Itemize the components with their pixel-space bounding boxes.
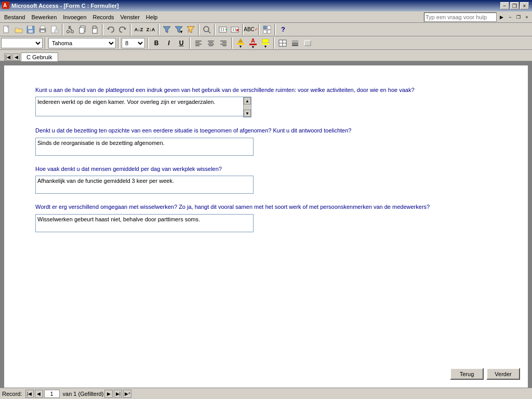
svg-rect-40 (263, 30, 267, 33)
help-search-area: ▶ − ❐ × (424, 12, 531, 22)
spelling-button[interactable]: ABC✓ (245, 24, 257, 35)
font-color-button[interactable]: A ▼ (247, 37, 259, 49)
menu-bar: Bestand Bewerken Invoegen Records Venste… (0, 11, 532, 23)
svg-point-14 (67, 30, 70, 33)
answer-1-input[interactable] (35, 97, 243, 116)
undo-button[interactable] (105, 24, 116, 35)
help-button[interactable]: ? (277, 24, 289, 35)
toolbar-sep6 (214, 24, 216, 35)
help-search-button[interactable]: ▶ (497, 12, 506, 22)
toolbar-sep5 (198, 24, 200, 35)
answer-3-input[interactable] (35, 176, 254, 194)
toolbar-sep1 (62, 24, 63, 35)
menu-invoegen[interactable]: Invoegen (60, 13, 89, 21)
preview-button[interactable] (49, 24, 60, 35)
svg-rect-39 (268, 26, 271, 29)
nav-first[interactable]: |◀ (25, 390, 34, 398)
window-title: Microsoft Access - [Form C : Formulier] (11, 3, 500, 9)
apply-filter-button[interactable]: ! (185, 24, 196, 35)
highlight-color-button[interactable]: ▼ (260, 37, 271, 49)
menu-bestand[interactable]: Bestand (1, 13, 28, 21)
question-2-text: Denkt u dat de bezetting ten opzichte va… (35, 127, 497, 135)
print-button[interactable] (37, 24, 48, 35)
filter-button[interactable] (161, 24, 172, 35)
window-restore-inner[interactable]: ❐ (514, 14, 523, 21)
fmt-sep4 (189, 37, 191, 49)
restore-button[interactable]: ❐ (510, 2, 519, 9)
answer-4-input[interactable] (35, 214, 254, 232)
find-button[interactable] (201, 24, 212, 35)
svg-text:▼: ▼ (179, 30, 183, 34)
question-1-text: Kunt u aan de hand van de plattegrond ee… (35, 86, 497, 94)
title-bar: A Microsoft Access - [Form C : Formulier… (0, 0, 532, 11)
tab-nav-first[interactable]: |◀ (4, 54, 11, 61)
new-button[interactable] (1, 24, 12, 35)
fill-color-button[interactable]: ▼ (235, 37, 246, 49)
nav-new[interactable]: ▶* (123, 390, 131, 398)
menu-help[interactable]: Help (143, 13, 161, 21)
line-width-button[interactable] (289, 37, 301, 49)
back-button[interactable]: Terug (450, 368, 484, 380)
svg-line-28 (208, 31, 210, 33)
svg-rect-8 (41, 30, 45, 32)
filter-dropdown[interactable]: ▼ (173, 24, 184, 35)
nav-last[interactable]: ▶| (114, 390, 122, 398)
style-select[interactable] (1, 38, 43, 48)
font-select[interactable]: Tahoma (48, 38, 116, 48)
app-icon: A (2, 2, 9, 10)
record-total: van 1 (Gefilterd) (63, 391, 104, 397)
redo-button[interactable] (117, 24, 128, 35)
toolbar-sep2 (102, 24, 103, 35)
close-button[interactable]: × (520, 2, 529, 9)
next-button[interactable]: Verder (486, 368, 520, 380)
save-button[interactable] (25, 24, 36, 35)
svg-text:A: A (3, 3, 7, 8)
menu-venster[interactable]: Venster (117, 13, 143, 21)
nav-next[interactable]: ▶ (104, 390, 113, 398)
copy-button[interactable] (77, 24, 88, 35)
italic-button[interactable]: I (163, 37, 175, 49)
open-button[interactable] (13, 24, 24, 35)
size-select[interactable]: 8 (122, 38, 145, 48)
line-style-button[interactable] (277, 37, 288, 49)
underline-button[interactable]: U (176, 37, 187, 49)
sort-az-button[interactable]: A↓Z (133, 24, 144, 35)
svg-point-27 (204, 26, 209, 32)
scroll-down-1[interactable]: ▼ (244, 110, 251, 117)
special-effect-button[interactable] (302, 37, 313, 49)
nav-prev[interactable]: ◀ (35, 390, 43, 398)
minimize-button[interactable]: − (500, 2, 509, 9)
new-record-button[interactable] (217, 24, 229, 35)
fmt-sep5 (231, 37, 233, 49)
align-center-button[interactable] (205, 37, 217, 49)
delete-record-button[interactable] (229, 24, 241, 35)
window-min-inner[interactable]: − (506, 14, 514, 21)
answer-2-input[interactable] (35, 138, 254, 156)
toolbar-sep8 (258, 24, 260, 35)
cut-button[interactable] (65, 24, 76, 35)
tab-bar: |◀ ◀ C Gebruik (0, 50, 532, 61)
paste-button[interactable] (89, 24, 100, 35)
tab-c-gebruik[interactable]: C Gebruik (21, 52, 58, 61)
form-container: Kunt u aan de hand van de plattegrond ee… (4, 65, 528, 388)
help-search-input[interactable] (424, 12, 497, 22)
form-body: Kunt u aan de hand van de plattegrond ee… (4, 65, 528, 388)
window-close-inner[interactable]: × (523, 14, 531, 21)
title-bar-controls: − ❐ × (500, 2, 529, 9)
bold-button[interactable]: B (151, 37, 162, 49)
record-navigator: Record: |◀ ◀ van 1 (Gefilterd) ▶ ▶| ▶* (2, 390, 131, 398)
view-button[interactable] (261, 24, 273, 35)
question-4-text: Wordt er erg verschillend omgegaan met w… (35, 203, 497, 211)
svg-rect-7 (41, 26, 45, 29)
record-label: Record: (2, 391, 22, 397)
scroll-up-1[interactable]: ▲ (244, 97, 251, 104)
menu-bewerken[interactable]: Bewerken (28, 13, 60, 21)
current-record-input[interactable] (44, 390, 60, 398)
sort-za-button[interactable]: Z↓A (145, 24, 156, 35)
tab-nav-prev[interactable]: ◀ (12, 54, 20, 61)
menu-records[interactable]: Records (90, 13, 117, 21)
toolbar-sep4 (158, 24, 159, 35)
align-right-button[interactable] (218, 37, 229, 49)
svg-rect-55 (262, 39, 269, 43)
align-left-button[interactable] (193, 37, 204, 49)
